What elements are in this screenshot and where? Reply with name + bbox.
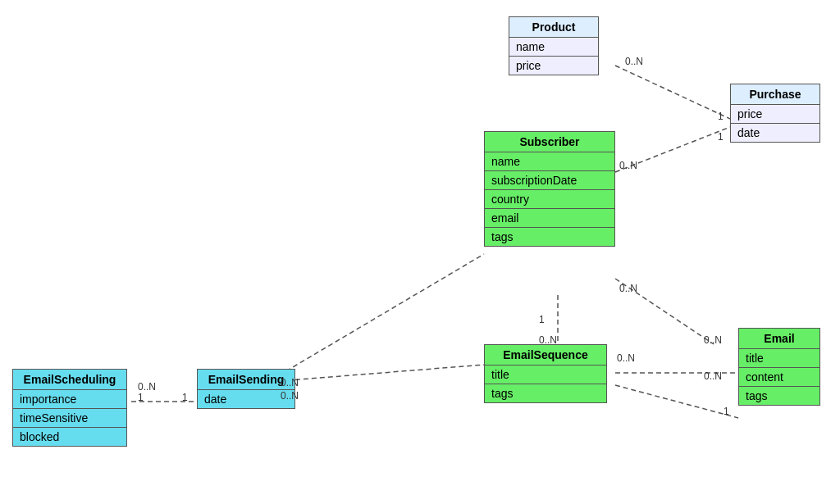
svg-line-0 [615,66,730,119]
purchase-title: Purchase [731,84,819,105]
label-sub-email-0n: 0..N [619,283,637,294]
emailsequence-field-title: title [485,366,606,384]
subscriber-field-name: name [485,152,614,171]
label-sub-eseq-0n: 0..N [539,334,557,346]
emailscheduling-field-timesensitive: timeSensitive [13,409,126,428]
label-es-email-1: 1 [724,406,729,417]
product-field-name: name [509,38,598,57]
label-sched-send-1a: 1 [138,392,144,403]
emailscheduling-field-blocked: blocked [13,428,126,446]
label-sched-send-1b: 1 [182,392,188,403]
product-field-price: price [509,57,598,75]
label-es-email-0n2: 0..N [704,370,722,382]
label-sched-send-0n: 0..N [138,381,156,393]
email-title: Email [739,329,819,349]
subscriber-title: Subscriber [485,132,614,152]
label-send-es-1: 0..N [281,390,299,402]
svg-line-5 [615,385,738,418]
label-prod-pur-0n: 0..N [625,56,643,67]
subscriber-box: Subscriber name subscriptionDate country… [484,131,615,247]
label-sub-pur-1: 1 [718,131,724,143]
purchase-field-price: price [731,105,819,124]
subscriber-field-subscriptiondate: subscriptionDate [485,171,614,190]
label-sub-pur-0n: 0..N [619,160,637,171]
purchase-box: Purchase price date [730,84,820,143]
emailscheduling-box: EmailScheduling importance timeSensitive… [12,369,127,447]
product-title: Product [509,17,598,38]
email-box: Email title content tags [738,328,820,406]
label-es-email-0n: 0..N [617,352,635,364]
subscriber-field-tags: tags [485,228,614,246]
emailsending-box: EmailSending date [197,369,295,409]
purchase-field-date: date [731,124,819,142]
emailsequence-box: EmailSequence title tags [484,344,607,403]
email-field-tags: tags [739,387,819,405]
subscriber-field-email: email [485,209,614,228]
label-sub-email-0n2: 0..N [704,334,722,346]
emailsequence-field-tags: tags [485,384,606,402]
product-box: Product name price [509,16,599,75]
email-field-content: content [739,368,819,387]
emailscheduling-title: EmailScheduling [13,370,126,390]
svg-line-7 [279,365,484,381]
subscriber-field-country: country [485,190,614,209]
label-send-es-0n: 0..N [281,377,299,388]
email-field-title: title [739,349,819,368]
emailsequence-title: EmailSequence [485,345,606,366]
emailscheduling-field-importance: importance [13,390,126,409]
label-prod-pur-1: 1 [718,111,724,122]
svg-line-8 [279,254,484,375]
label-sub-eseq-1: 1 [539,314,545,325]
diagram-container: .dashed { stroke: #555; stroke-width: 1.… [0,0,840,504]
